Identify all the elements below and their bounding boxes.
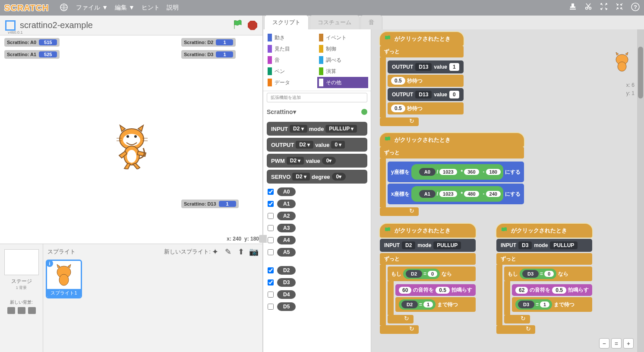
category-イベント[interactable]: イベント (317, 32, 369, 43)
presentation-icon[interactable] (5, 20, 16, 31)
script-stack[interactable]: がクリックされたとき INPUTD3modePULLUP ずっと もしD3 = … (496, 224, 592, 334)
shrink-icon[interactable] (616, 3, 623, 13)
scripts-area[interactable]: x: 6y: 1 − = + がクリックされたとき ずっと OUTPUTD13v… (371, 29, 644, 352)
hat-block[interactable]: がクリックされたとき (380, 224, 476, 238)
pin-D2[interactable]: D2 (263, 264, 371, 276)
category-制御[interactable]: 制御 (317, 43, 369, 54)
loop-end[interactable] (380, 117, 419, 126)
pin-D3[interactable]: D3 (263, 276, 371, 289)
hat-block[interactable]: がクリックされたとき (380, 32, 464, 46)
scrollbar[interactable] (637, 29, 644, 352)
menu-about[interactable]: 説明 (167, 4, 179, 12)
set-x-block[interactable]: x座標を A1 / 1023 * 480 - 240 にする (388, 184, 524, 204)
if-block[interactable]: もしD3 = 0なら (504, 266, 592, 281)
sprite-info-icon[interactable]: i (46, 260, 53, 267)
sprite-library-icon[interactable]: ✦ (211, 247, 219, 256)
set-y-block[interactable]: y座標を A0 / 1023 * 360 - 180 にする (388, 162, 524, 182)
pin-checkbox[interactable] (268, 292, 274, 298)
if-end[interactable] (504, 315, 530, 323)
category-その他[interactable]: その他 (317, 77, 369, 88)
forever-block[interactable]: ずっと (380, 46, 464, 57)
green-flag-icon[interactable] (232, 19, 243, 32)
script-stack[interactable]: がクリックされたとき INPUTD2modePULLUP ずっと もしD2 = … (380, 224, 476, 334)
cat-sprite[interactable] (112, 122, 153, 171)
category-調べる[interactable]: 調べる (317, 54, 369, 66)
category-ペン[interactable]: ペン (266, 66, 317, 77)
stage-thumbnail[interactable] (4, 249, 39, 275)
wait-until-block[interactable]: D3 = 1まで待つ (512, 297, 592, 312)
sprite-preview-icon[interactable] (611, 51, 633, 74)
sprite-upload-icon[interactable]: ⬆ (237, 247, 245, 256)
forever-block[interactable]: ずっと (380, 147, 524, 159)
pin-checkbox[interactable] (268, 237, 274, 243)
script-stack[interactable]: がクリックされたとき ずっと y座標を A0 / 1023 * 360 - 18… (380, 133, 524, 216)
backdrop-camera-icon[interactable] (28, 307, 36, 314)
help-icon[interactable]: ? (631, 3, 640, 13)
palette-block[interactable]: SERVO D2 ▾ degree 0▾ (267, 170, 367, 184)
pin-checkbox[interactable] (268, 249, 274, 255)
input-block[interactable]: INPUTD3modePULLUP (496, 239, 592, 252)
sprite-thumbnail[interactable]: i スプライト1 (46, 260, 82, 298)
add-extension-button[interactable]: 拡張機能を追加 (267, 93, 367, 102)
if-end[interactable] (388, 315, 414, 323)
globe-icon[interactable] (60, 3, 68, 13)
backdrop-paint-icon[interactable] (18, 307, 25, 314)
tab-costumes[interactable]: コスチューム (309, 15, 360, 29)
category-データ[interactable]: データ (266, 77, 317, 88)
pin-A2[interactable]: A2 (263, 210, 371, 222)
pin-checkbox[interactable] (268, 201, 274, 207)
extension-header[interactable]: Scrattino ▾ (263, 104, 371, 120)
forever-block[interactable]: ずっと (496, 253, 592, 265)
forever-block[interactable]: ずっと (380, 253, 476, 265)
palette-block[interactable]: PWM D2 ▾ value 0▾ (267, 154, 367, 168)
category-動き[interactable]: 動き (266, 32, 317, 43)
wait-until-block[interactable]: D2 = 1まで待つ (395, 297, 476, 312)
wait-block[interactable]: 0.5秒待つ (388, 75, 464, 87)
hat-block[interactable]: がクリックされたとき (496, 224, 592, 238)
pin-A3[interactable]: A3 (263, 222, 371, 234)
pin-checkbox[interactable] (268, 213, 274, 219)
input-block[interactable]: INPUTD2modePULLUP (380, 239, 476, 252)
zoom-in-icon[interactable]: + (623, 338, 634, 349)
hat-block[interactable]: がクリックされたとき (380, 133, 524, 147)
stamp-icon[interactable] (569, 3, 577, 13)
stop-icon[interactable] (248, 21, 257, 30)
stage-collapse-icon[interactable] (259, 235, 267, 243)
stage[interactable]: Scrattino: A0515 Scrattino: A1525 Scratt… (0, 35, 262, 244)
menu-tips[interactable]: ヒント (142, 4, 160, 12)
scratch-logo[interactable]: SCRATCH (4, 3, 49, 13)
loop-end[interactable] (380, 207, 419, 216)
pin-A4[interactable]: A4 (263, 234, 371, 246)
pin-checkbox[interactable] (268, 225, 274, 231)
wait-block[interactable]: 0.5秒待つ (388, 102, 464, 114)
play-note-block[interactable]: 62の音符を0.5拍鳴らす (512, 284, 592, 296)
menu-file[interactable]: ファイル ▼ (76, 4, 108, 12)
loop-end[interactable] (496, 325, 535, 334)
pin-checkbox[interactable] (268, 304, 274, 310)
palette-block[interactable]: INPUT D2 ▾ mode PULLUP ▾ (267, 122, 367, 136)
scissors-icon[interactable] (584, 3, 592, 13)
category-見た目[interactable]: 見た目 (266, 43, 317, 54)
sprite-paint-icon[interactable]: ✎ (224, 247, 232, 256)
grow-icon[interactable] (600, 3, 608, 13)
zoom-reset-icon[interactable]: = (611, 338, 622, 349)
pin-A1[interactable]: A1 (263, 198, 371, 210)
pin-D5[interactable]: D5 (263, 301, 371, 313)
pin-checkbox[interactable] (268, 279, 274, 285)
backdrop-library-icon[interactable] (7, 307, 15, 314)
output-block[interactable]: OUTPUTD13value0 (388, 88, 464, 101)
output-block[interactable]: OUTPUTD13value1 (388, 60, 464, 73)
pin-checkbox[interactable] (268, 189, 274, 195)
pin-D4[interactable]: D4 (263, 289, 371, 301)
tab-scripts[interactable]: スクリプト (264, 15, 309, 29)
play-note-block[interactable]: 60の音符を0.5拍鳴らす (395, 284, 476, 296)
project-title[interactable]: scrattino2-example (20, 20, 93, 30)
tab-sounds[interactable]: 音 (360, 15, 382, 29)
loop-end[interactable] (380, 325, 419, 334)
script-stack[interactable]: がクリックされたとき ずっと OUTPUTD13value1 0.5秒待つ OU… (380, 32, 464, 126)
sprite-camera-icon[interactable]: 📷 (249, 247, 258, 256)
category-演算[interactable]: 演算 (317, 66, 369, 77)
palette-block[interactable]: OUTPUT D2 ▾ value 0 ▾ (267, 138, 367, 152)
pin-checkbox[interactable] (268, 267, 274, 273)
zoom-out-icon[interactable]: − (599, 338, 609, 349)
